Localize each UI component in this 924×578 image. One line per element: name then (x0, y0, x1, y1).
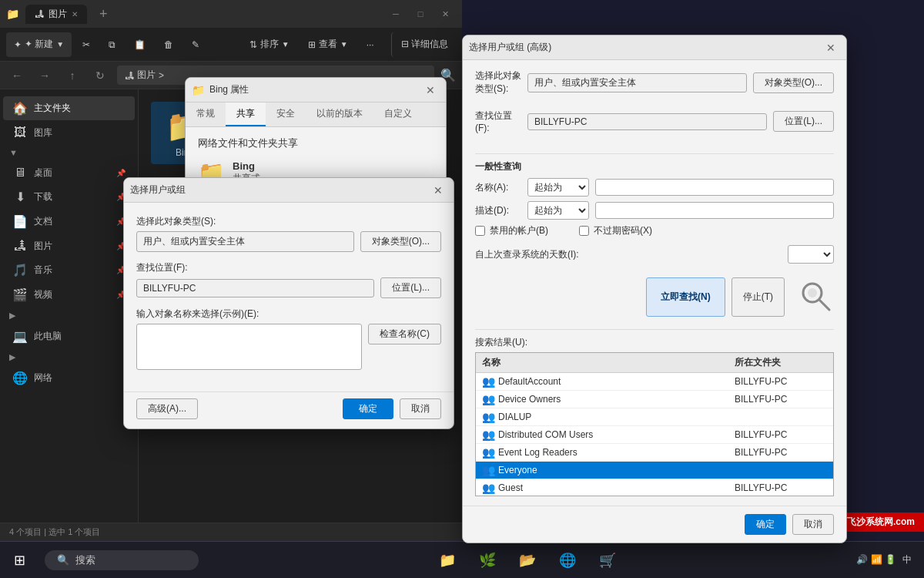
chevron-right-icon: ▶ (9, 311, 15, 321)
sidebar-item-home[interactable]: 🏠 主文件夹 (3, 96, 135, 120)
taskbar-store-icon[interactable]: 🛒 (591, 543, 624, 577)
result-row-3[interactable]: 👥 Distributed COM Users BILLYFU-PC (476, 426, 833, 444)
bing-dialog-title-bar: 📁 Bing 属性 ✕ (186, 78, 446, 102)
row-location-1: BILLYFU-PC (735, 394, 827, 405)
adv-results-table[interactable]: 名称 所在文件夹 👥 DefaultAccount BILLYFU-PC 👥 D… (475, 352, 834, 496)
tab-custom[interactable]: 自定义 (373, 102, 423, 126)
refresh-button[interactable]: ↻ (89, 65, 111, 86)
adv-name-input[interactable] (595, 179, 834, 196)
advanced-button[interactable]: 高级(A)... (136, 398, 198, 419)
start-button[interactable]: ⊞ (0, 542, 38, 579)
adv-name-filter[interactable]: 起始为 (527, 178, 589, 197)
result-row-1[interactable]: 👥 Device Owners BILLYFU-PC (476, 391, 833, 408)
bing-dialog-close[interactable]: ✕ (421, 81, 440, 99)
tab-previous[interactable]: 以前的版本 (306, 102, 373, 126)
search-decorative-icon (797, 277, 834, 314)
cancel-button[interactable]: 取消 (400, 398, 441, 419)
ok-button[interactable]: 确定 (343, 398, 393, 419)
advanced-dialog-close[interactable]: ✕ (822, 39, 840, 57)
adv-ok-button[interactable]: 确定 (745, 514, 786, 535)
sidebar-item-desktop[interactable]: 🖥 桌面 📌 (3, 161, 135, 184)
cut-button[interactable]: ✂ (75, 32, 98, 57)
new-button[interactable]: ✦ ✦ 新建 ▼ (6, 32, 72, 57)
minimize-button[interactable]: ─ (385, 3, 407, 25)
paste-button[interactable]: 📋 (126, 32, 153, 57)
close-button[interactable]: ✕ (434, 3, 456, 25)
adv-disabled-checkbox[interactable]: 禁用的帐户(B) (475, 224, 548, 237)
tab-share[interactable]: 共享 (226, 102, 266, 126)
check-names-button[interactable]: 检查名称(C) (368, 324, 441, 344)
row-name-1: Device Owners (498, 394, 561, 405)
adv-days-select[interactable] (788, 245, 834, 264)
taskbar-time: 中 (902, 553, 912, 566)
sidebar-item-network[interactable]: 🌐 网络 (3, 366, 135, 390)
sidebar-item-downloads[interactable]: ⬇ 下载 📌 (3, 185, 135, 209)
input-name-field[interactable] (136, 324, 362, 370)
result-row-6[interactable]: 👥 Guest BILLYFU-PC (476, 479, 833, 496)
adv-obj-type-button[interactable]: 对象类型(O)... (753, 72, 834, 93)
result-row-4[interactable]: 👥 Event Log Readers BILLYFU-PC (476, 444, 833, 462)
result-row-2[interactable]: 👥 DIALUP (476, 408, 833, 426)
stop-button[interactable]: 停止(T) (732, 277, 785, 317)
adv-name-row: 名称(A): 起始为 (475, 178, 834, 197)
adv-cancel-button[interactable]: 取消 (792, 514, 834, 535)
select-dialog-close[interactable]: ✕ (429, 181, 447, 200)
window-controls: ─ □ ✕ (385, 3, 456, 25)
obj-type-button[interactable]: 对象类型(O)... (360, 231, 441, 252)
sidebar-item-videos[interactable]: 🎬 视频 📌 (3, 283, 135, 307)
view-button[interactable]: ⊞ 查看 ▼ (300, 32, 356, 57)
back-button[interactable]: ← (6, 65, 28, 86)
detail-panel-button[interactable]: ⊟ 详细信息 (391, 32, 456, 57)
row-location-3: BILLYFU-PC (735, 429, 827, 440)
up-button[interactable]: ↑ (62, 65, 83, 86)
explorer-tab[interactable]: 🏞 图片 ✕ (25, 5, 87, 24)
advanced-dialog-title-bar: 选择用户或组 (高级) ✕ (463, 35, 846, 60)
sidebar-item-thispc[interactable]: 💻 此电脑 (3, 324, 135, 348)
svg-line-1 (819, 300, 829, 310)
row-icon-4: 👥 (482, 446, 495, 459)
adv-desc-input[interactable] (595, 202, 834, 219)
location-button[interactable]: 位置(L)... (380, 277, 441, 298)
row-icon-1: 👥 (482, 393, 495, 405)
tab-general[interactable]: 常规 (186, 102, 226, 126)
result-row-0[interactable]: 👥 DefaultAccount BILLYFU-PC (476, 373, 833, 391)
pin-icon: 📌 (116, 169, 126, 177)
forward-button[interactable]: → (34, 65, 55, 86)
adv-search-buttons: 立即查找(N) 停止(T) (475, 277, 834, 317)
taskbar-search[interactable]: 🔍 搜索 (45, 550, 199, 570)
add-tab-button[interactable]: + (99, 6, 108, 22)
more-icon: ··· (367, 39, 374, 50)
sort-button[interactable]: ⇅ 排序 ▼ (242, 32, 297, 57)
maximize-button[interactable]: □ (410, 3, 431, 25)
rename-button[interactable]: ✎ (184, 32, 207, 57)
taskbar-app2-icon[interactable]: 📂 (511, 543, 544, 577)
adv-obj-type-field: 用户、组或内置安全主体 (527, 73, 747, 92)
taskbar-app1-icon[interactable]: 🌿 (470, 543, 504, 577)
sidebar-item-documents[interactable]: 📄 文档 📌 (3, 210, 135, 234)
no-expire-check[interactable] (579, 226, 589, 236)
explorer-tab-close[interactable]: ✕ (72, 10, 78, 18)
search-now-button[interactable]: 立即查找(N) (646, 277, 725, 317)
adv-desc-filter[interactable]: 起始为 (527, 201, 589, 220)
row-location-0: BILLYFU-PC (735, 376, 827, 387)
adv-no-expire-checkbox[interactable]: 不过期密码(X) (579, 224, 652, 237)
copy-button[interactable]: ⧉ (101, 32, 123, 57)
sidebar-item-music[interactable]: 🎵 音乐 📌 (3, 258, 135, 282)
status-bar: 4 个项目 | 选中 1 个项目 (0, 523, 462, 541)
disabled-check[interactable] (475, 226, 485, 236)
explorer-icon: 📁 (6, 8, 19, 20)
delete-button[interactable]: 🗑 (156, 32, 181, 57)
obj-type-label: 选择此对象类型(S): (136, 215, 441, 228)
adv-name-label: 名称(A): (475, 181, 521, 194)
more-button[interactable]: ··· (359, 32, 382, 57)
sidebar-item-gallery[interactable]: 🖼 图库 (3, 121, 135, 144)
tab-security[interactable]: 安全 (266, 102, 306, 126)
adv-location-button[interactable]: 位置(L)... (773, 111, 834, 132)
delete-icon: 🗑 (164, 39, 173, 50)
bing-dialog-title: Bing 属性 (209, 83, 417, 96)
obj-type-input-row: 用户、组或内置安全主体 对象类型(O)... (136, 231, 441, 252)
sidebar-item-pictures[interactable]: 🏞 图片 📌 (3, 234, 135, 257)
result-row-5[interactable]: 👥 Everyone (476, 462, 833, 479)
taskbar-edge-icon[interactable]: 🌐 (551, 543, 584, 577)
taskbar-explorer-icon[interactable]: 📁 (430, 543, 464, 577)
